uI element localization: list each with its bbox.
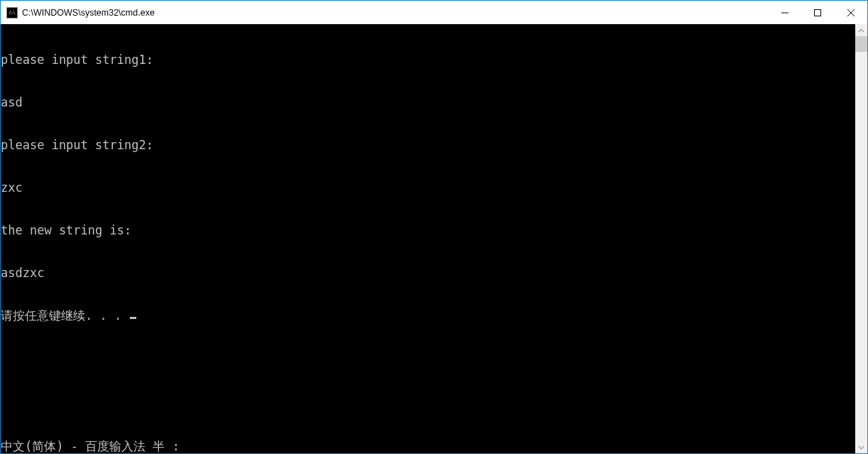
console-prompt-line: 请按任意键继续. . . [1,308,855,323]
console-line: please input string2: [1,138,855,152]
ime-status-line: 中文(简体) - 百度输入法 半 : [1,439,855,453]
maximize-icon [814,9,821,16]
cmd-window: C:\ C:\WINDOWS\system32\cmd.exe please i… [0,0,868,454]
vertical-scrollbar[interactable] [855,24,867,453]
chevron-down-icon [859,446,864,449]
scroll-down-button[interactable] [855,441,867,453]
console-line: the new string is: [1,223,855,237]
console-line: asdzxc [1,266,855,280]
window-title: C:\WINDOWS\system32\cmd.exe [22,8,769,18]
scroll-thumb[interactable] [855,36,867,52]
scroll-up-button[interactable] [855,24,867,36]
cursor-icon [130,317,136,319]
console-output[interactable]: please input string1: asd please input s… [1,24,855,453]
minimize-icon [781,9,789,16]
cmd-icon: C:\ [6,7,18,18]
console-line: asd [1,95,855,109]
maximize-button[interactable] [801,1,834,24]
press-any-key-prompt: 请按任意键继续. . . [1,308,128,323]
svg-rect-1 [815,9,821,16]
console-line: please input string1: [1,53,855,67]
minimize-button[interactable] [769,1,801,24]
console-lines: please input string1: asd please input s… [1,24,855,439]
close-icon [847,9,855,16]
titlebar[interactable]: C:\ C:\WINDOWS\system32\cmd.exe [1,1,867,24]
window-controls [769,1,867,24]
console-line: zxc [1,180,855,195]
close-button[interactable] [834,1,867,24]
scroll-track[interactable] [855,36,867,441]
chevron-up-icon [859,29,864,32]
client-area: please input string1: asd please input s… [1,24,867,453]
